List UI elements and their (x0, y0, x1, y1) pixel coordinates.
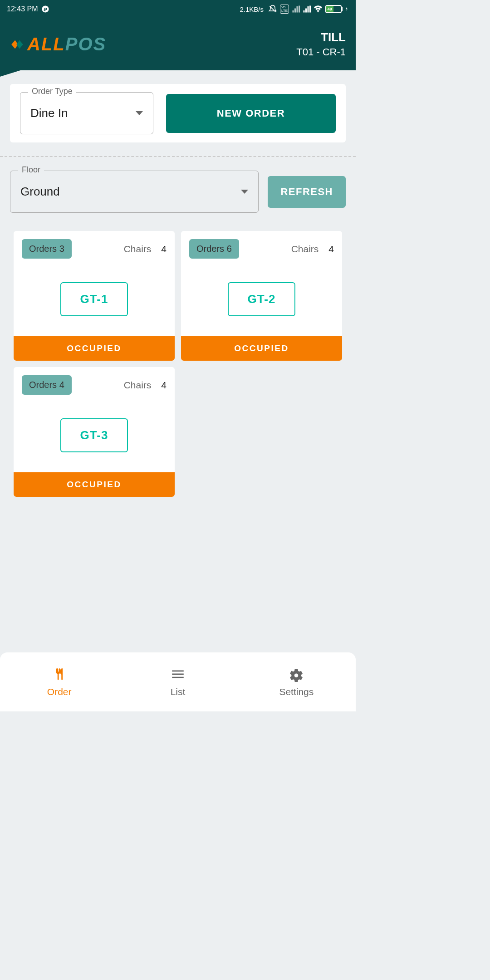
logo-text: ALLPOS (27, 34, 106, 54)
status-badge: OCCUPIED (181, 336, 342, 361)
floor-row: Floor Ground REFRESH (0, 171, 356, 213)
floor-select[interactable]: Ground (10, 171, 259, 213)
table-card[interactable]: Orders 3 Chairs4 GT-1 OCCUPIED (14, 231, 175, 361)
status-speed: 2.1KB/s (240, 5, 264, 13)
wifi-icon (314, 5, 323, 14)
order-type-card: Order Type Dine In NEW ORDER (10, 84, 346, 142)
order-type-select[interactable]: Dine In (20, 92, 153, 134)
gear-icon (289, 666, 304, 682)
till-info: TILL T01 - CR-1 (296, 30, 346, 58)
tables-grid: Orders 3 Chairs4 GT-1 OCCUPIED Orders 6 … (0, 213, 356, 497)
status-badge: OCCUPIED (14, 472, 175, 497)
bottom-nav: Order List Settings (0, 652, 356, 711)
divider (0, 156, 356, 157)
app-header: ALLPOS TILL T01 - CR-1 (0, 18, 356, 70)
table-name: GT-3 (60, 418, 128, 452)
order-type-field: Order Type Dine In (20, 92, 153, 134)
till-label: TILL (296, 30, 346, 44)
orders-badge: Orders 4 (22, 375, 72, 395)
till-value: T01 - CR-1 (296, 46, 346, 58)
nav-settings[interactable]: Settings (237, 652, 356, 711)
volte-icon: VoLTE (280, 5, 289, 14)
p-icon (41, 5, 49, 13)
charging-icon (344, 5, 349, 13)
order-type-label: Order Type (28, 87, 76, 96)
chairs-label: Chairs4 (124, 244, 167, 255)
orders-badge: Orders 6 (189, 239, 239, 259)
table-name: GT-1 (60, 282, 128, 316)
floor-label: Floor (18, 165, 44, 175)
nav-settings-label: Settings (279, 686, 314, 697)
nav-list-label: List (171, 686, 186, 697)
table-card[interactable]: Orders 6 Chairs4 GT-2 OCCUPIED (181, 231, 342, 361)
status-badge: OCCUPIED (14, 336, 175, 361)
chairs-label: Chairs4 (291, 244, 334, 255)
utensils-icon (52, 666, 67, 682)
refresh-button[interactable]: REFRESH (268, 176, 346, 208)
logo[interactable]: ALLPOS (10, 34, 106, 54)
menu-icon (170, 666, 186, 682)
nav-order[interactable]: Order (0, 652, 118, 711)
orders-badge: Orders 3 (22, 239, 72, 259)
nav-list[interactable]: List (118, 652, 237, 711)
nav-order-label: Order (47, 686, 72, 697)
signal-icon-2 (303, 5, 311, 13)
table-name: GT-2 (228, 282, 296, 316)
chairs-label: Chairs4 (124, 380, 167, 391)
logo-icon (10, 37, 24, 52)
battery-icon: 49 (325, 5, 342, 13)
signal-icon (292, 5, 300, 13)
mute-icon (268, 5, 277, 14)
chevron-down-icon (136, 111, 143, 115)
new-order-button[interactable]: NEW ORDER (166, 94, 336, 133)
table-card[interactable]: Orders 4 Chairs4 GT-3 OCCUPIED (14, 367, 175, 497)
floor-field: Floor Ground (10, 171, 259, 213)
chevron-down-icon (241, 190, 248, 194)
status-time: 12:43 PM (7, 5, 38, 13)
status-bar: 12:43 PM 2.1KB/s VoLTE 49 (0, 0, 356, 18)
